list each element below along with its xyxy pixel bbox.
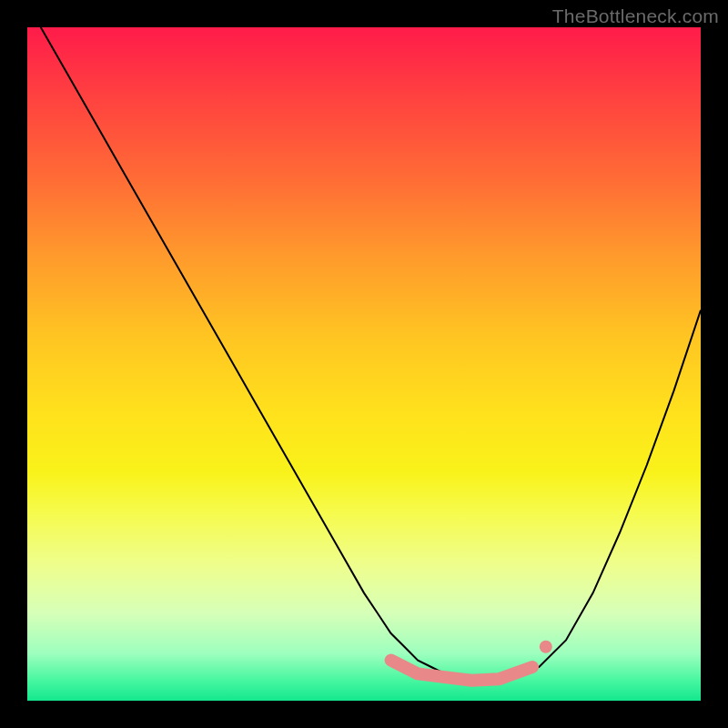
plot-area — [27, 27, 701, 701]
curve-layer — [27, 27, 701, 701]
right-knee-marker — [540, 641, 552, 653]
optimum-band — [391, 661, 532, 681]
watermark-text: TheBottleneck.com — [552, 5, 719, 27]
chart-frame: TheBottleneck.com — [0, 0, 728, 728]
optimum-markers — [391, 641, 552, 681]
bottleneck-curve — [41, 27, 701, 681]
